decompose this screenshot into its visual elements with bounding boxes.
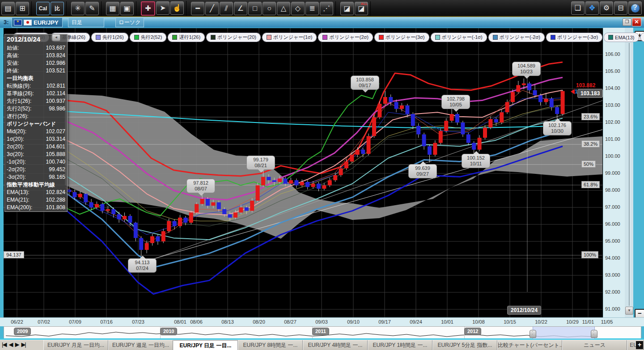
info-row-label: 転換線(9):	[7, 82, 31, 90]
tab-item-4[interactable]: EUR/JPY 4時間足 一...	[303, 340, 368, 350]
navigator-year-badge: 2010	[160, 328, 177, 335]
legend-pill-13[interactable]: EMA(21)	[641, 33, 644, 42]
settings-gear-button[interactable]: ⚙	[600, 1, 613, 15]
cursor-tool-button[interactable]: ➤	[156, 1, 169, 15]
price-axis-label: 101.00	[605, 136, 620, 142]
fan-tool-button[interactable]: ⋰	[320, 2, 333, 15]
legend-pill-9[interactable]: ボリンジャー(-1σ)	[431, 33, 487, 42]
hand-tool-button[interactable]: ☝	[170, 1, 184, 15]
chart-callout: 99.63909/27	[408, 164, 437, 178]
print-button[interactable]: ⊟	[614, 1, 627, 15]
price-axis[interactable]: 107.00106.00105.00104.00103.00102.00101.…	[603, 28, 625, 325]
trendline-tool-button[interactable]: ╱	[205, 2, 219, 15]
crosshair-tool-icon: ✚	[145, 5, 151, 12]
scroll-next-button[interactable]: ▶	[15, 341, 18, 348]
info-panel-collapse-button[interactable]: ◂	[52, 34, 60, 41]
toolbar-group: ✳✎	[71, 1, 102, 16]
draw-pencil-button[interactable]: ✎	[85, 2, 99, 15]
windows-button[interactable]: ❏	[571, 1, 585, 15]
legend-pill-10[interactable]: ボリンジャー(-2σ)	[489, 33, 544, 42]
halfline-tool-button[interactable]: ∠	[234, 2, 247, 15]
scroll-down-button[interactable]: ▼	[625, 307, 633, 315]
chart-settings-icon: ▦	[109, 5, 116, 12]
parallel-lines-tool-button[interactable]: ⫽	[220, 2, 233, 15]
chart-window-titlebar[interactable]: 3: EUR/JPY 日足 ローソク ❐ ✕	[0, 17, 644, 28]
expand-icon: ✥	[589, 4, 595, 12]
date-axis-label: 08/06	[190, 319, 203, 325]
navigator-selection[interactable]	[533, 327, 595, 339]
fib-level-label: 100%	[581, 251, 598, 258]
date-axis-label: 09/10	[347, 319, 360, 325]
info-row-label: 3σ(20):	[7, 151, 24, 158]
chart-list-button[interactable]: ▤	[1, 2, 15, 15]
compare-button[interactable]: 比	[51, 2, 64, 15]
info-row-value: 102.811	[47, 82, 66, 90]
legend-pill-4[interactable]: 遅行1(26)	[168, 33, 204, 42]
save-icon: ▣	[123, 5, 130, 12]
help-button[interactable]: ?	[628, 1, 642, 15]
legend-pill-6[interactable]: ボリンジャー(1σ)	[263, 33, 317, 42]
timeframe-selector[interactable]: 日足	[68, 17, 104, 27]
tab-item-1[interactable]: EUR/JPY 週足 一目均...	[108, 340, 173, 350]
pentagon-tool-button[interactable]: ◇	[291, 2, 305, 15]
save-button[interactable]: ▣	[120, 2, 134, 15]
eraser-button[interactable]: ◪	[340, 2, 354, 15]
scroll-last-button[interactable]: ▶|	[21, 341, 25, 348]
hline-tool-button[interactable]: ━	[191, 2, 204, 15]
add-tab-button[interactable]: +	[636, 341, 643, 349]
tab-item-0[interactable]: EUR/JPY 月足 一目均...	[43, 340, 108, 350]
callout-date: 10/23	[513, 69, 540, 75]
new-chart-button[interactable]: ⊞	[16, 2, 29, 15]
rectangle-tool-button[interactable]: □	[248, 2, 262, 15]
vertical-scrollbar[interactable]: ▲ ▼	[625, 28, 633, 325]
legend-pill-7[interactable]: ボリンジャー(2σ)	[318, 33, 373, 42]
eraser-all-button[interactable]: ◪ALL	[355, 2, 368, 15]
fibonacci-tool-button[interactable]: ≣	[305, 2, 319, 15]
legend-pill-12[interactable]: EMA(13)	[604, 33, 638, 42]
legend-pill-3[interactable]: 先行2(52)	[130, 33, 166, 42]
tab-item-7[interactable]: 比較チャート(パーセント...	[497, 340, 562, 350]
tab-item-3[interactable]: EUR/JPY 8時間足 一...	[238, 340, 303, 350]
expand-button[interactable]: ✥	[585, 1, 599, 15]
scroll-prev-button[interactable]: ◀	[8, 341, 12, 348]
price-axis-label: 94.000	[605, 255, 620, 261]
legend-pill-label: EMA(13)	[615, 35, 634, 40]
chart-callout: 104.58910/23	[512, 62, 541, 76]
legend-pill-2[interactable]: 先行1(26)	[92, 33, 128, 42]
info-row: 遅行(26):	[5, 113, 67, 120]
legend-pill-label: ボリンジャー(2σ)	[329, 34, 369, 41]
tab-item-5[interactable]: EUR/JPY 1時間足 一...	[368, 340, 432, 350]
calendar-button[interactable]: Cal	[36, 2, 50, 15]
window-restore-button[interactable]: ❐	[623, 18, 631, 26]
legend-pill-8[interactable]: ボリンジャー(3σ)	[375, 33, 429, 42]
legend-pill-5[interactable]: ボリンジャー(20)	[207, 33, 260, 42]
chart-callout: 100.15210/11	[462, 154, 490, 168]
info-row-value: 103.824	[46, 52, 65, 59]
scrollbar-track[interactable]	[629, 43, 630, 306]
legend-pill-11[interactable]: ボリンジャー(-3σ)	[547, 33, 602, 42]
circle-tool-button[interactable]: ○	[263, 2, 276, 15]
draw-pencil-icon: ✎	[89, 5, 95, 12]
tab-item-2[interactable]: EUR/JPY 日足 一目...	[173, 340, 238, 350]
navigator-left-handle[interactable]	[530, 330, 536, 338]
indicator-button[interactable]: ✳	[71, 2, 85, 15]
info-row-label: 始値:	[7, 44, 19, 52]
chart-settings-button[interactable]: ▦	[106, 2, 119, 15]
chart-canvas[interactable]: 転換線(9)基準線(26)先行1(26)先行2(52)遅行1(26)ボリンジャー…	[4, 28, 603, 317]
fan-tool-icon: ⋰	[323, 5, 330, 12]
chart-type-selector[interactable]: ローソク	[115, 17, 144, 27]
hline-tool-icon: ━	[195, 5, 200, 12]
navigator-right-handle[interactable]	[591, 330, 597, 338]
history-navigator[interactable]: 2009201020112012	[4, 326, 641, 339]
tab-item-8[interactable]: ニュース	[562, 340, 627, 350]
crosshair-tool-button[interactable]: ✚	[141, 1, 155, 16]
hand-tool-icon: ☝	[173, 4, 182, 12]
triangle-tool-button[interactable]: △	[277, 2, 290, 15]
date-axis[interactable]: 06/2207/0207/0907/1607/2308/0108/0608/13…	[0, 317, 644, 326]
window-close-button[interactable]: ✕	[632, 18, 641, 26]
currency-pair-box[interactable]: EUR/JPY	[12, 17, 63, 27]
scroll-first-button[interactable]: |◀	[2, 341, 6, 348]
eraser-all-icon: ◪	[358, 5, 364, 12]
date-axis-label: 06/22	[11, 319, 23, 325]
tab-item-6[interactable]: EUR/JPY 5分足 指数...	[432, 340, 497, 350]
